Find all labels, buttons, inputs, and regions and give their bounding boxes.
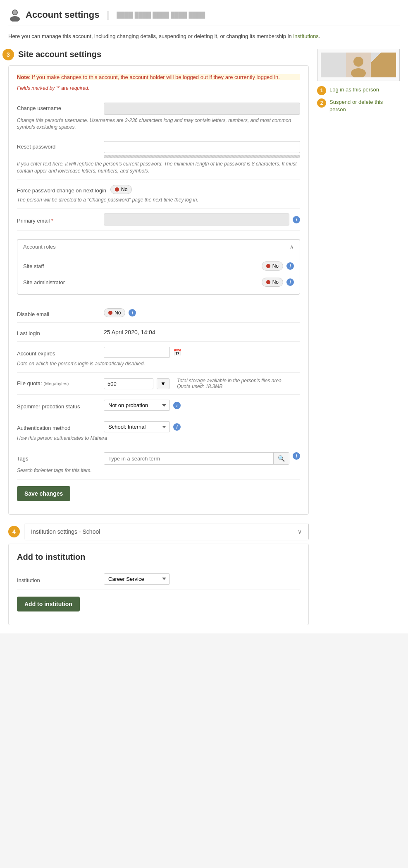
avatar-image: [346, 53, 371, 77]
intro-text: Here you can manage this account, includ…: [8, 32, 400, 41]
site-settings-section: 3 Site account settings Note: If you mak…: [8, 49, 309, 515]
site-admin-row: Site administrator No i: [23, 274, 294, 290]
disable-email-info-icon[interactable]: i: [129, 309, 136, 317]
tags-info-icon[interactable]: i: [293, 452, 300, 460]
disable-email-label: Disable email: [17, 309, 100, 317]
required-star: *: [51, 218, 53, 224]
spammer-info-icon[interactable]: i: [173, 402, 181, 409]
page-title: Account settings: [26, 10, 99, 20]
change-username-row: Change username Change this person's use…: [17, 98, 300, 137]
site-admin-info-icon[interactable]: i: [286, 278, 294, 286]
user-avatar-box: [317, 49, 400, 81]
institution-accordion-chevron: ∨: [298, 528, 302, 535]
section-badge-3: 3: [2, 49, 14, 60]
institution-accordion-label: Institution settings - School: [31, 528, 100, 535]
site-admin-toggle[interactable]: No: [262, 278, 283, 287]
account-roles-accordion: Account roles ∧ Site staff: [17, 239, 300, 295]
account-settings-icon: [8, 8, 21, 22]
institution-accordion: Institution settings - School ∨: [24, 523, 309, 540]
institution-row: Institution Career Service: [17, 568, 300, 590]
tags-label: Tags: [17, 452, 100, 462]
site-admin-label: Site administrator: [23, 279, 65, 285]
section-badge-4: 4: [8, 526, 20, 537]
login-as-person-text[interactable]: Log in as this person: [329, 86, 379, 94]
account-roles-row: Account roles ∧ Site staff: [17, 231, 300, 303]
account-roles-label: Account roles: [23, 244, 56, 250]
spammer-select[interactable]: Not on probation On probation: [104, 400, 170, 411]
file-quota-input[interactable]: [104, 378, 153, 389]
last-login-row: Last login 25 April 2020, 14:04: [17, 323, 300, 342]
change-username-label: Change username: [17, 103, 100, 111]
tag-search-icon[interactable]: 🔍: [273, 453, 289, 464]
auth-method-hint: How this person authenticates to Mahara: [17, 435, 300, 442]
institution-label: Institution: [17, 575, 100, 583]
add-institution-row: Add to institution: [17, 590, 300, 616]
account-expires-input[interactable]: [104, 347, 170, 358]
site-staff-label: Site staff: [23, 263, 44, 269]
primary-email-row: Primary email * i: [17, 209, 300, 231]
tags-input[interactable]: [104, 453, 273, 464]
spammer-row: Spammer probation status Not on probatio…: [17, 395, 300, 416]
force-password-toggle-label: No: [121, 187, 127, 192]
institution-section: 4 Institution settings - School ∨ Add to…: [8, 523, 309, 625]
file-quota-sublabel: (Megabytes): [43, 381, 69, 386]
site-staff-row: Site staff No i: [23, 258, 294, 274]
institution-body: Add to institution Institution Career Se…: [8, 544, 309, 625]
institution-accordion-header[interactable]: Institution settings - School ∨: [24, 523, 308, 540]
institutions-link[interactable]: institutions: [293, 33, 318, 39]
suspend-delete-text[interactable]: Suspend or delete this person: [329, 98, 400, 113]
add-to-institution-title: Add to institution: [17, 552, 300, 562]
last-login-label: Last login: [17, 328, 100, 336]
svg-point-4: [353, 57, 363, 67]
note-text: : If you make changes to this account, t…: [29, 74, 280, 80]
tags-hint: Search for/enter tags for this item.: [17, 467, 300, 474]
force-password-hint: The person will be directed to a "Change…: [17, 197, 300, 204]
site-staff-toggle[interactable]: No: [262, 261, 283, 271]
account-roles-chevron-up: ∧: [290, 244, 294, 250]
account-roles-header[interactable]: Account roles ∧: [17, 240, 300, 254]
last-login-value: 25 April 2020, 14:04: [104, 329, 155, 336]
primary-email-label: Primary email *: [17, 215, 100, 224]
add-to-institution-button[interactable]: Add to institution: [17, 597, 80, 611]
auth-method-row: Authentication method School: Internal i…: [17, 416, 300, 447]
site-staff-info-icon[interactable]: i: [286, 262, 294, 270]
site-staff-toggle-label: No: [272, 263, 279, 269]
auth-method-label: Authentication method: [17, 422, 100, 431]
file-quota-dropdown[interactable]: ▼: [157, 378, 169, 389]
required-note: Fields marked by '*' are required.: [17, 85, 300, 91]
toggle-dot: [115, 187, 119, 192]
login-as-person-link[interactable]: 1 Log in as this person: [317, 86, 400, 95]
suspend-badge: 2: [317, 98, 326, 108]
primary-email-info-icon[interactable]: i: [293, 216, 300, 223]
account-expires-hint: Date on which the person's login is auto…: [17, 360, 300, 367]
account-roles-body: Site staff No i: [17, 254, 300, 294]
site-admin-toggle-label: No: [272, 279, 279, 285]
user-avatar: [321, 53, 396, 77]
note-box: Note: If you make changes to this accoun…: [17, 74, 300, 80]
force-password-toggle[interactable]: No: [110, 185, 132, 194]
sidebar: 1 Log in as this person 2 Suspend or del…: [317, 49, 400, 625]
header-user-info: ████ ████ ████ ████ ████: [117, 12, 205, 18]
calendar-icon[interactable]: 📅: [173, 348, 181, 356]
reset-password-input[interactable]: [104, 141, 300, 153]
account-expires-label: Account expires: [17, 348, 100, 357]
save-changes-button[interactable]: Save changes: [17, 486, 70, 501]
svg-point-2: [13, 10, 17, 14]
force-password-label: Force password change on next login: [17, 185, 106, 194]
auth-method-info-icon[interactable]: i: [173, 423, 181, 431]
header-divider: |: [107, 10, 109, 20]
disable-email-toggle[interactable]: No: [104, 308, 125, 317]
site-settings-title: Site account settings: [18, 50, 101, 59]
reset-password-label: Reset password: [17, 141, 100, 150]
institution-select[interactable]: Career Service: [104, 573, 170, 585]
suspend-delete-link[interactable]: 2 Suspend or delete this person: [317, 98, 400, 113]
svg-point-1: [10, 16, 20, 22]
change-username-hint: Change this person's username. Usernames…: [17, 117, 300, 131]
auth-method-select[interactable]: School: Internal: [104, 421, 170, 432]
spammer-label: Spammer probation status: [17, 401, 100, 410]
primary-email-input[interactable]: [104, 213, 289, 225]
file-quota-row: File quota: (Megabytes) ▼ Total storage …: [17, 373, 300, 395]
tags-row: Tags 🔍 i Search for/enter tags for this …: [17, 447, 300, 480]
change-username-input[interactable]: [104, 103, 300, 115]
account-expires-row: Account expires 📅 Date on which the pers…: [17, 342, 300, 373]
